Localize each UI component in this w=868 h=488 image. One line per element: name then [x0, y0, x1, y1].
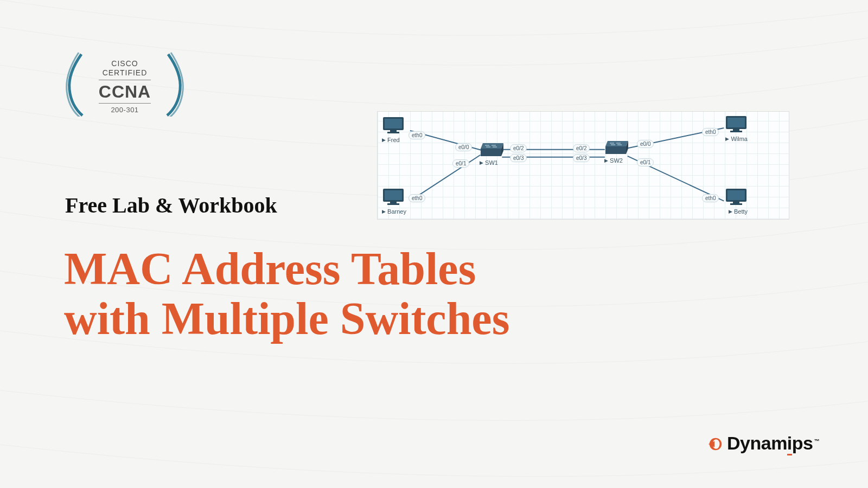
- svg-rect-8: [390, 130, 397, 132]
- svg-rect-7: [385, 119, 402, 129]
- brand-name-ps: ps: [792, 433, 813, 453]
- svg-rect-17: [730, 131, 742, 132]
- port-sw1-e00: e0/0: [455, 143, 472, 151]
- host-betty-label: Betty: [734, 208, 748, 215]
- svg-marker-23: [481, 149, 501, 156]
- switch-sw1-label: SW1: [485, 159, 498, 166]
- port-sw2-e00: e0/0: [637, 140, 654, 148]
- host-betty: ▶ Betty: [725, 188, 748, 215]
- svg-marker-30: [605, 146, 626, 154]
- monitor-icon: [725, 188, 748, 206]
- title-line-2: with Multiple Switches: [64, 294, 509, 344]
- svg-marker-29: [605, 141, 628, 146]
- monitor-icon: [725, 115, 748, 133]
- page-title: MAC Address Tables with Multiple Switche…: [64, 244, 509, 344]
- port-sw2-e02: e0/2: [573, 144, 590, 152]
- brand-logo: Dynamips™: [707, 433, 819, 455]
- port-sw2-e03: e0/3: [573, 154, 590, 162]
- host-fred: ▶ Fred: [382, 116, 405, 143]
- port-fred-eth0: eth0: [409, 131, 425, 139]
- svg-marker-22: [481, 143, 503, 149]
- switch-sw1: ▶ SW1: [480, 142, 505, 166]
- title-line-1: MAC Address Tables: [64, 244, 509, 294]
- svg-rect-11: [385, 190, 402, 200]
- brand-tm: ™: [814, 438, 820, 444]
- port-sw2-e01: e0/1: [637, 158, 654, 166]
- badge-certified: CERTIFIED: [103, 68, 148, 77]
- host-fred-label: Fred: [387, 137, 400, 143]
- port-sw1-e02: e0/2: [510, 144, 527, 152]
- port-betty-eth0: eth0: [702, 194, 719, 202]
- laurel-left-icon: [65, 52, 87, 117]
- switch-icon: [604, 140, 629, 155]
- port-wilma-eth0: eth0: [702, 128, 719, 136]
- host-wilma: ▶ Wilma: [725, 115, 748, 142]
- host-wilma-label: Wilma: [731, 136, 748, 142]
- switch-icon: [480, 142, 505, 157]
- brand-mark-icon: [707, 436, 724, 452]
- port-barney-eth0: eth0: [409, 194, 425, 202]
- monitor-icon: [382, 116, 405, 134]
- svg-rect-21: [730, 203, 742, 205]
- host-barney: ▶ Barney: [382, 188, 406, 215]
- network-diagram: ▶ Fred eth0 ▶ Barney eth0 ▶ Wilma eth0 ▶…: [377, 111, 789, 220]
- svg-rect-15: [727, 118, 745, 127]
- brand-name-d: Dynam: [727, 433, 787, 453]
- monitor-icon: [382, 188, 405, 206]
- badge-exam-code: 200-301: [99, 106, 151, 114]
- switch-sw2-label: SW2: [610, 157, 623, 164]
- switch-sw2: ▶ SW2: [604, 140, 629, 164]
- brand-name-i: i: [787, 433, 792, 455]
- svg-rect-12: [390, 202, 397, 203]
- laurel-right-icon: [163, 52, 184, 117]
- badge-cisco: CISCO: [111, 59, 138, 68]
- badge-ccna: CCNA: [99, 80, 151, 104]
- port-sw1-e01: e0/1: [452, 159, 469, 168]
- subtitle: Free Lab & Workbook: [65, 192, 277, 218]
- svg-rect-13: [387, 203, 399, 205]
- svg-rect-9: [387, 132, 399, 133]
- svg-rect-19: [727, 190, 745, 200]
- svg-rect-16: [733, 129, 739, 131]
- svg-rect-20: [733, 202, 739, 203]
- host-barney-label: Barney: [387, 208, 406, 215]
- ccna-badge: CISCO CERTIFIED CCNA 200-301: [65, 49, 184, 125]
- port-sw1-e03: e0/3: [510, 154, 527, 162]
